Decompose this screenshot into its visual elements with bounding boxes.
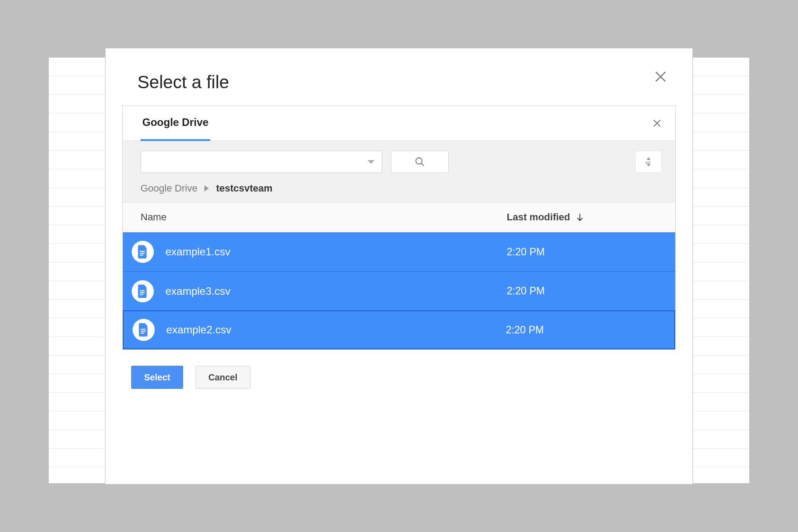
file-picker-dialog: Select a file Google Drive xyxy=(105,48,693,485)
file-row[interactable]: example1.csv 2:20 PM xyxy=(123,232,675,271)
file-row[interactable]: example3.csv 2:20 PM xyxy=(123,271,675,310)
dialog-header: Select a file xyxy=(106,48,692,106)
column-header-modified-label: Last modified xyxy=(507,211,570,223)
svg-rect-15 xyxy=(140,292,145,293)
file-name: example1.csv xyxy=(165,246,507,258)
column-header-name[interactable]: Name xyxy=(141,211,507,223)
cancel-button[interactable]: Cancel xyxy=(196,366,250,389)
svg-rect-11 xyxy=(140,251,145,252)
breadcrumb-root[interactable]: Google Drive xyxy=(141,183,197,194)
picker-panel: Google Drive AZ xyxy=(122,106,676,350)
svg-rect-19 xyxy=(141,332,145,333)
svg-point-4 xyxy=(416,158,422,164)
breadcrumb: Google Drive testcsvteam xyxy=(141,183,662,194)
file-list: example1.csv 2:20 PM example3.csv 2:20 P… xyxy=(123,232,675,349)
svg-line-5 xyxy=(421,163,424,166)
svg-rect-14 xyxy=(140,290,145,291)
chevron-right-icon xyxy=(204,183,209,194)
search-icon xyxy=(415,156,425,167)
svg-rect-16 xyxy=(140,294,144,295)
file-icon xyxy=(132,241,154,263)
svg-marker-6 xyxy=(647,157,651,160)
svg-rect-18 xyxy=(141,331,146,332)
file-row[interactable]: example2.csv 2:20 PM xyxy=(123,310,675,349)
file-name: example2.csv xyxy=(166,324,506,336)
svg-marker-8 xyxy=(647,164,651,167)
file-modified: 2:20 PM xyxy=(507,285,662,297)
svg-rect-12 xyxy=(140,253,145,254)
arrow-down-icon xyxy=(575,213,584,222)
file-modified: 2:20 PM xyxy=(507,246,662,258)
tab-google-drive[interactable]: Google Drive xyxy=(141,106,210,141)
search-button[interactable] xyxy=(391,151,449,173)
svg-rect-17 xyxy=(141,329,146,330)
close-icon[interactable] xyxy=(653,70,668,84)
dialog-title: Select a file xyxy=(137,72,661,92)
chevron-down-icon xyxy=(368,160,375,164)
file-icon xyxy=(133,319,155,341)
select-button[interactable]: Select xyxy=(131,366,183,389)
tab-bar: Google Drive xyxy=(123,106,675,141)
tab-close-icon[interactable] xyxy=(652,118,662,128)
toolbar: AZ Google Drive testcsvteam xyxy=(123,141,675,203)
svg-rect-13 xyxy=(140,254,144,255)
sort-az-button[interactable]: AZ xyxy=(635,151,662,173)
sort-az-icon: AZ xyxy=(643,156,654,168)
list-header: Name Last modified xyxy=(123,203,675,232)
svg-marker-9 xyxy=(204,185,209,192)
filter-dropdown[interactable] xyxy=(141,151,382,173)
column-header-modified[interactable]: Last modified xyxy=(507,211,662,223)
breadcrumb-current[interactable]: testcsvteam xyxy=(216,183,272,194)
file-name: example3.csv xyxy=(165,285,507,297)
file-modified: 2:20 PM xyxy=(506,324,661,336)
file-icon xyxy=(132,280,154,302)
dialog-footer: Select Cancel xyxy=(131,366,676,389)
